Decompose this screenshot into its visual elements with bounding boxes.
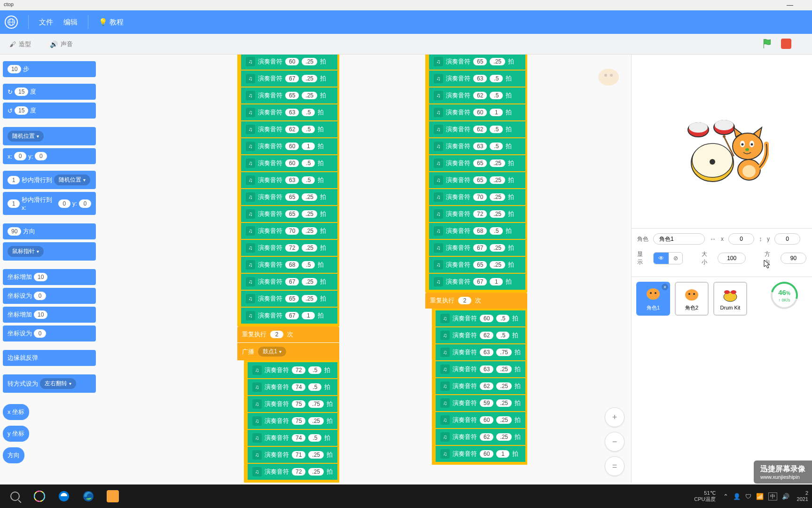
play-note-block[interactable]: ♫ 演奏音符 65 .25 拍 [241, 291, 337, 307]
globe-icon[interactable] [5, 16, 18, 29]
play-note-block[interactable]: ♫ 演奏音符 71 .25 拍 [248, 447, 337, 463]
play-note-block[interactable]: ♫ 演奏音符 70 .25 拍 [241, 223, 337, 239]
play-note-block[interactable]: ♫ 演奏音符 60 1 拍 [436, 446, 525, 462]
tab-sounds[interactable]: 🔊声音 [40, 35, 82, 53]
play-note-block[interactable]: ♫ 演奏音符 62 .5 拍 [429, 121, 525, 137]
play-note-block[interactable]: ♫ 演奏音符 63 .5 拍 [241, 172, 337, 188]
block-move-steps[interactable]: 10步 [3, 61, 96, 77]
play-note-block[interactable]: ♫ 演奏音符 63 .5 拍 [429, 71, 525, 87]
block-glide-xy[interactable]: 1秒内滑行到 x:0y:0 [3, 192, 96, 215]
script-stack-2[interactable]: ♫ 演奏音符 65 .25 拍 ♫ 演奏音符 63 .5 拍 ♫ 演奏音符 62… [425, 55, 527, 465]
block-change-x[interactable]: 坐标增加10 [3, 269, 96, 285]
play-note-block[interactable]: ♫ 演奏音符 63 .25 拍 [436, 361, 525, 377]
taskbar-clock[interactable]: 22021 [797, 490, 808, 502]
show-button[interactable]: 👁 [654, 253, 669, 264]
play-note-block[interactable]: ♫ 演奏音符 72 .5 拍 [248, 362, 337, 378]
tray-person-icon[interactable]: 👤 [733, 493, 741, 500]
taskbar-edge-legacy[interactable] [53, 486, 75, 506]
play-note-block[interactable]: ♫ 演奏音符 63 .5 拍 [241, 104, 337, 120]
play-note-block[interactable]: ♫ 演奏音符 60 .25 拍 [436, 412, 525, 428]
play-note-block[interactable]: ♫ 演奏音符 68 .5 拍 [241, 257, 337, 273]
block-change-y[interactable]: 坐标增加10 [3, 307, 96, 323]
taskbar-app-1[interactable] [28, 486, 51, 506]
play-note-block[interactable]: ♫ 演奏音符 63 .5 拍 [429, 138, 525, 154]
block-set-x[interactable]: 坐标设为0 [3, 288, 96, 304]
play-note-block[interactable]: ♫ 演奏音符 62 .5 拍 [429, 87, 525, 103]
block-goto-random[interactable]: 随机位置 [3, 127, 96, 145]
play-note-block[interactable]: ♫ 演奏音符 68 .5 拍 [429, 223, 525, 239]
play-note-block[interactable]: ♫ 演奏音符 60 1 拍 [241, 138, 337, 154]
sprite-cat-drums[interactable] [679, 102, 764, 182]
block-set-y[interactable]: 坐标设为0 [3, 325, 96, 341]
play-note-block[interactable]: ♫ 演奏音符 65 .25 拍 [241, 206, 337, 222]
play-note-block[interactable]: ♫ 演奏音符 74 .5 拍 [248, 430, 337, 446]
play-note-block[interactable]: ♫ 演奏音符 72 .25 拍 [429, 206, 525, 222]
sprite-direction-input[interactable] [781, 253, 806, 264]
play-note-block[interactable]: ♫ 演奏音符 62 .5 拍 [436, 327, 525, 343]
tray-shield-icon[interactable]: 🛡 [745, 493, 751, 500]
script-stack-1[interactable]: ♫ 演奏音符 60 .25 拍 ♫ 演奏音符 67 .25 拍 ♫ 演奏音符 6… [237, 55, 339, 483]
play-note-block[interactable]: ♫ 演奏音符 59 .25 拍 [436, 395, 525, 411]
play-note-block[interactable]: ♫ 演奏音符 67 .25 拍 [241, 71, 337, 87]
play-note-block[interactable]: ♫ 演奏音符 67 .25 拍 [241, 274, 337, 290]
stage-view[interactable] [632, 55, 812, 229]
play-note-block[interactable]: ♫ 演奏音符 72 .25 拍 [241, 240, 337, 256]
sprite-item-3[interactable]: Drum Kit [713, 282, 747, 316]
play-note-block[interactable]: ♫ 演奏音符 67 .25 拍 [429, 240, 525, 256]
play-note-block[interactable]: ♫ 演奏音符 67 1 拍 [429, 274, 525, 290]
block-glide-random[interactable]: 1秒内滑行到随机位置 [3, 171, 96, 189]
block-turn-left[interactable]: ↺15度 [3, 103, 96, 119]
sprite-x-input[interactable] [728, 233, 754, 245]
close-icon[interactable]: × [662, 284, 668, 290]
play-note-block[interactable]: ♫ 演奏音符 60 .5 拍 [436, 310, 525, 326]
tray-ime[interactable]: 中 [768, 492, 777, 500]
play-note-block[interactable]: ♫ 演奏音符 65 .25 拍 [429, 257, 525, 273]
hide-button[interactable]: ⊘ [669, 253, 683, 264]
block-point-direction[interactable]: 90方向 [3, 223, 96, 239]
taskbar-search[interactable] [4, 486, 26, 506]
play-note-block[interactable]: ♫ 演奏音符 65 .25 拍 [241, 87, 337, 103]
block-bounce[interactable]: 边缘就反弹 [3, 350, 96, 366]
sprite-y-input[interactable] [774, 233, 800, 245]
play-note-block[interactable]: ♫ 演奏音符 63 .75 拍 [436, 344, 525, 360]
play-note-block[interactable]: ♫ 演奏音符 74 .5 拍 [248, 379, 337, 395]
repeat-block[interactable]: 重复执行2次 [237, 326, 339, 342]
tray-wifi-icon[interactable]: 📶 [756, 493, 764, 500]
stop-button[interactable] [781, 39, 791, 49]
zoom-reset-button[interactable]: = [605, 456, 625, 476]
taskbar-edge[interactable] [77, 486, 100, 506]
tray-up-icon[interactable]: ⌃ [723, 493, 728, 500]
sprite-item-1[interactable]: × 角色1 [636, 282, 670, 316]
play-note-block[interactable]: ♫ 演奏音符 67 1 拍 [241, 308, 337, 324]
play-note-block[interactable]: ♫ 演奏音符 75 .75 拍 [248, 396, 337, 412]
taskbar-scratch[interactable] [102, 486, 124, 506]
play-note-block[interactable]: ♫ 演奏音符 65 .25 拍 [429, 55, 525, 70]
play-note-block[interactable]: ♫ 演奏音符 70 .25 拍 [429, 189, 525, 205]
play-note-block[interactable]: ♫ 演奏音符 65 .25 拍 [429, 155, 525, 171]
play-note-block[interactable]: ♫ 演奏音符 62 .25 拍 [436, 429, 525, 445]
block-rotation-style[interactable]: 转方式设为左右翻转 [3, 374, 96, 393]
play-note-block[interactable]: ♫ 演奏音符 60 1 拍 [429, 104, 525, 120]
play-note-block[interactable]: ♫ 演奏音符 62 .5 拍 [241, 121, 337, 137]
play-note-block[interactable]: ♫ 演奏音符 65 .25 拍 [429, 172, 525, 188]
menu-tutorial[interactable]: 教程 [99, 18, 124, 27]
play-note-block[interactable]: ♫ 演奏音符 60 .5 拍 [241, 155, 337, 171]
reporter-y-position[interactable]: y 坐标 [3, 426, 29, 442]
block-turn-right[interactable]: ↻15度 [3, 84, 96, 100]
play-note-block[interactable]: ♫ 演奏音符 60 .25 拍 [241, 55, 337, 70]
menu-edit[interactable]: 编辑 [63, 18, 78, 27]
minimize-icon[interactable]: — [787, 1, 793, 8]
zoom-in-button[interactable]: + [605, 407, 625, 427]
reporter-x-position[interactable]: x 坐标 [3, 404, 29, 420]
tray-volume-icon[interactable]: 🔊 [782, 493, 789, 500]
sprite-size-input[interactable] [718, 253, 746, 264]
play-note-block[interactable]: ♫ 演奏音符 65 .25 拍 [241, 189, 337, 205]
play-note-block[interactable]: ♫ 演奏音符 75 .25 拍 [248, 413, 337, 429]
tab-costumes[interactable]: 🖌造型 [0, 35, 40, 53]
play-note-block[interactable]: ♫ 演奏音符 62 .25 拍 [436, 378, 525, 394]
sprite-item-2[interactable]: 角色2 [675, 282, 709, 316]
reporter-direction[interactable]: 方向 [3, 447, 24, 463]
menu-file[interactable]: 文件 [39, 18, 53, 27]
system-tray[interactable]: ⌃ 👤 🛡 📶 中 🔊 [723, 492, 789, 500]
block-point-towards[interactable]: 鼠标指针 [3, 242, 96, 261]
